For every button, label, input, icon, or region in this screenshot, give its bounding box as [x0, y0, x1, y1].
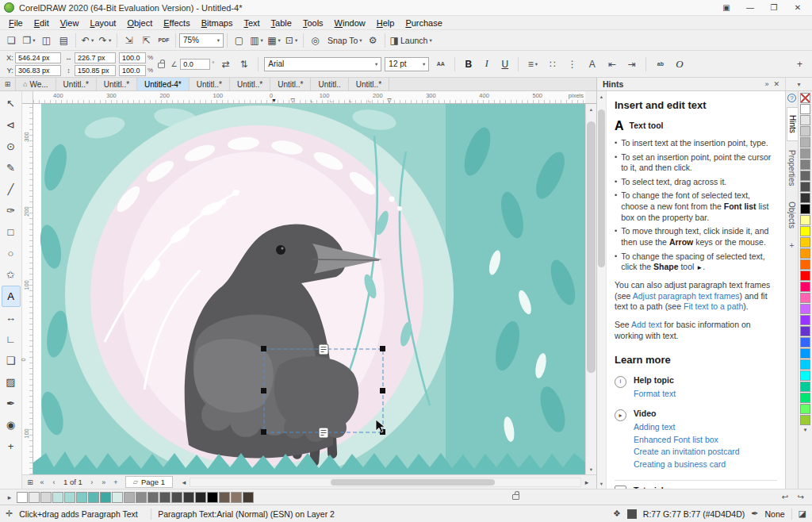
snap-to-button[interactable]: Snap To▾	[324, 33, 364, 48]
hint-link[interactable]: Fit text to a path	[684, 301, 743, 311]
font-list-select[interactable]: Arial ▾	[264, 57, 381, 71]
color-swatch[interactable]	[800, 370, 810, 381]
drop-shadow-tool[interactable]: ❑	[2, 350, 21, 371]
text-options-button[interactable]: O	[672, 56, 687, 71]
color-swatch[interactable]	[800, 404, 810, 414]
tab-stop-marker[interactable]: ∟	[329, 98, 334, 103]
pick-tool[interactable]: ↖	[2, 93, 21, 114]
menu-layout[interactable]: Layout	[84, 17, 121, 29]
launch-button[interactable]: ◨Launch▾	[389, 33, 434, 48]
snap-toggle-button[interactable]: ◎	[307, 33, 324, 48]
interactive-fill-tool[interactable]: ◉	[2, 414, 21, 436]
doc-color-swatch[interactable]	[183, 492, 194, 503]
doc-color-swatch[interactable]	[136, 492, 147, 503]
color-swatch[interactable]	[800, 237, 810, 248]
y-position-input[interactable]: 306.83 px	[15, 65, 61, 76]
scale-y-input[interactable]: 100.0	[119, 65, 146, 76]
mirror-horizontal-button[interactable]: ⇄	[217, 56, 234, 72]
connector-tool[interactable]: ∟	[2, 328, 21, 350]
document-tab-6[interactable]: Untitl..*	[230, 78, 270, 90]
print-document-button[interactable]: ▤	[56, 33, 72, 48]
document-tab-7[interactable]: Untitl..*	[270, 78, 311, 90]
menu-text[interactable]: Text	[238, 17, 265, 29]
color-swatch[interactable]	[800, 359, 810, 370]
color-swatch[interactable]	[800, 104, 810, 114]
close-button[interactable]: ✕	[792, 3, 803, 12]
shape-tool[interactable]: ⊲	[2, 114, 21, 136]
no-color-swatch[interactable]	[800, 93, 810, 103]
bold-button[interactable]: B	[461, 56, 476, 71]
color-swatch[interactable]	[800, 248, 810, 259]
hscroll-track[interactable]	[190, 478, 581, 487]
color-swatch[interactable]	[800, 337, 810, 347]
scale-x-input[interactable]: 100.0	[119, 52, 146, 63]
color-swatch[interactable]	[800, 148, 810, 159]
horizontal-ruler[interactable]: pixels ▼ ▽ ∟ ∟ ∟ ∟ ▽ 4003002001000100200…	[33, 91, 585, 104]
first-page-button[interactable]: «	[36, 478, 48, 486]
tab-list-button[interactable]: ⊞	[0, 78, 16, 90]
new-document-button[interactable]: ❏	[3, 33, 20, 48]
horizontal-scrollbar[interactable]: ◂ ▸	[178, 477, 592, 487]
palette-flyout-button[interactable]: ▸	[4, 493, 15, 501]
hint-link[interactable]: Adjust paragraph text frames	[633, 291, 740, 301]
text-tool[interactable]: A	[2, 286, 21, 307]
doc-color-swatch[interactable]	[64, 492, 75, 503]
doc-color-swatch[interactable]	[29, 492, 40, 503]
save-document-button[interactable]: ◫	[38, 33, 55, 48]
vertical-scrollbar[interactable]: ▴ ▾	[585, 104, 596, 474]
menu-window[interactable]: Window	[329, 17, 371, 29]
height-input[interactable]: 150.85 px	[75, 65, 116, 76]
decrease-indent-button[interactable]: ⇤	[603, 56, 620, 72]
document-tab-5[interactable]: Untitl..*	[190, 78, 230, 90]
welcome-screen-button[interactable]: ⊡▾	[283, 33, 300, 48]
minimize-button[interactable]: —	[745, 3, 756, 12]
doc-color-swatch[interactable]	[124, 492, 135, 503]
palette-scroll-right-button[interactable]: ↪	[794, 493, 808, 501]
color-swatch[interactable]	[800, 393, 810, 403]
scroll-up-button[interactable]: ▴	[586, 104, 596, 114]
color-swatch[interactable]	[800, 315, 810, 325]
edit-text-button[interactable]: ab	[652, 56, 668, 72]
zoom-tool[interactable]: ⊙	[2, 136, 21, 157]
doc-color-swatch[interactable]	[40, 492, 52, 503]
learn-more-link[interactable]: Format text	[634, 389, 676, 400]
width-input[interactable]: 226.7 px	[75, 52, 116, 63]
menu-tools[interactable]: Tools	[297, 17, 329, 29]
ruler-origin-button[interactable]	[22, 91, 33, 104]
vertical-ruler[interactable]: 3002001000100	[22, 104, 33, 474]
color-swatch[interactable]	[800, 215, 810, 225]
mirror-vertical-button[interactable]: ⇅	[236, 56, 252, 72]
open-document-button[interactable]: ❐▾	[21, 33, 37, 48]
docker-tab-objects[interactable]: Objects	[787, 194, 797, 236]
add-page-button[interactable]: +	[110, 478, 121, 486]
doc-color-swatch[interactable]	[88, 492, 99, 503]
import-button[interactable]: ⇲	[121, 33, 137, 48]
color-swatch[interactable]	[800, 171, 810, 181]
last-page-button[interactable]: »	[98, 478, 109, 486]
options-button[interactable]: ⚙	[365, 33, 381, 48]
color-swatch[interactable]	[800, 271, 810, 281]
full-screen-preview-button[interactable]: ▢	[231, 33, 247, 48]
quick-help-icon[interactable]: ?	[787, 94, 796, 102]
doc-color-swatch[interactable]	[243, 492, 254, 503]
doc-color-swatch[interactable]	[159, 492, 170, 503]
page-flyout-button[interactable]: ⊞	[25, 478, 36, 486]
color-swatch[interactable]	[800, 182, 810, 192]
rectangle-tool[interactable]: □	[2, 221, 21, 243]
change-case-button[interactable]: AA	[432, 56, 449, 72]
hints-scroll-thumb[interactable]	[598, 109, 605, 268]
hints-scrollbar[interactable]: ▴ ▾	[597, 91, 607, 489]
hint-link[interactable]: Add text	[631, 320, 662, 329]
hscroll-thumb[interactable]	[331, 479, 495, 486]
doc-color-swatch[interactable]	[76, 492, 87, 503]
document-tab-9[interactable]: Untitl..*	[349, 78, 389, 90]
learn-more-link[interactable]: Creating a business card	[634, 459, 740, 470]
page-tab[interactable]: ▱ Page 1	[125, 476, 173, 488]
document-tab-8[interactable]: Untitl..	[311, 78, 348, 90]
hints-scroll-down-button[interactable]: ▾	[597, 478, 606, 489]
document-tab-1[interactable]: ⌂We...	[16, 78, 56, 90]
menu-purchase[interactable]: Purchase	[400, 17, 447, 29]
underline-button[interactable]: U	[497, 56, 512, 71]
doc-color-swatch[interactable]	[147, 492, 159, 503]
scroll-left-button[interactable]: ◂	[178, 478, 190, 486]
